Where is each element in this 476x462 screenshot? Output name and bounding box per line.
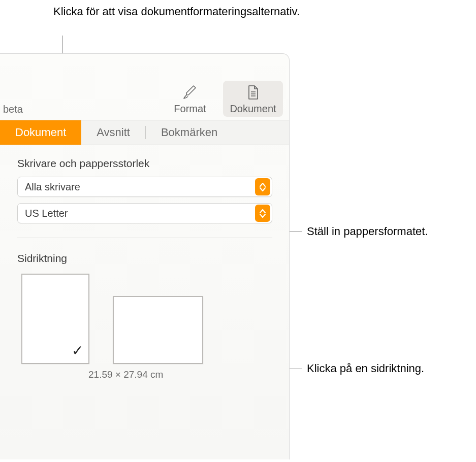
orientation-section: Sidriktning ✓ 21.59 × 27.94 cm <box>17 252 275 380</box>
toolbar-left-fragment: beta <box>3 104 23 115</box>
updown-arrows-icon <box>255 178 270 195</box>
printer-value: Alla skrivare <box>25 181 80 193</box>
orientation-portrait[interactable]: ✓ <box>21 274 89 364</box>
document-label: Dokument <box>230 103 276 115</box>
paintbrush-icon <box>181 84 199 101</box>
tab-document[interactable]: Dokument <box>0 120 81 145</box>
updown-arrows-icon <box>255 205 270 222</box>
inspector-tabs: Dokument Avsnitt Bokmärken <box>0 120 289 145</box>
callout-text-orientation: Klicka på en sidriktning. <box>307 361 424 376</box>
callout-text-paper-format: Ställ in pappersformatet. <box>307 224 428 239</box>
callout-text-document-tab: Klicka för att visa dokumentformaterings… <box>53 4 300 19</box>
printer-dropdown[interactable]: Alla skrivare <box>17 177 272 197</box>
tab-section[interactable]: Avsnitt <box>81 120 145 145</box>
page-dimensions: 21.59 × 27.94 cm <box>17 369 275 380</box>
orientation-options: ✓ <box>17 274 275 364</box>
orientation-landscape[interactable] <box>113 296 203 364</box>
inspector-content: Skrivare och pappersstorlek Alla skrivar… <box>0 145 289 380</box>
printer-paper-heading: Skrivare och pappersstorlek <box>17 157 275 170</box>
orientation-heading: Sidriktning <box>17 252 275 265</box>
toolbar: Format Dokument <box>0 54 289 120</box>
document-icon <box>244 84 262 101</box>
paper-size-value: US Letter <box>25 208 68 219</box>
document-button[interactable]: Dokument <box>223 81 283 117</box>
format-label: Format <box>174 103 206 115</box>
checkmark-icon: ✓ <box>72 342 83 359</box>
inspector-panel: beta Format Dokument <box>0 53 290 459</box>
format-button[interactable]: Format <box>160 81 220 117</box>
tab-bookmarks[interactable]: Bokmärken <box>146 120 233 145</box>
paper-size-dropdown[interactable]: US Letter <box>17 203 272 223</box>
section-divider <box>17 238 272 238</box>
